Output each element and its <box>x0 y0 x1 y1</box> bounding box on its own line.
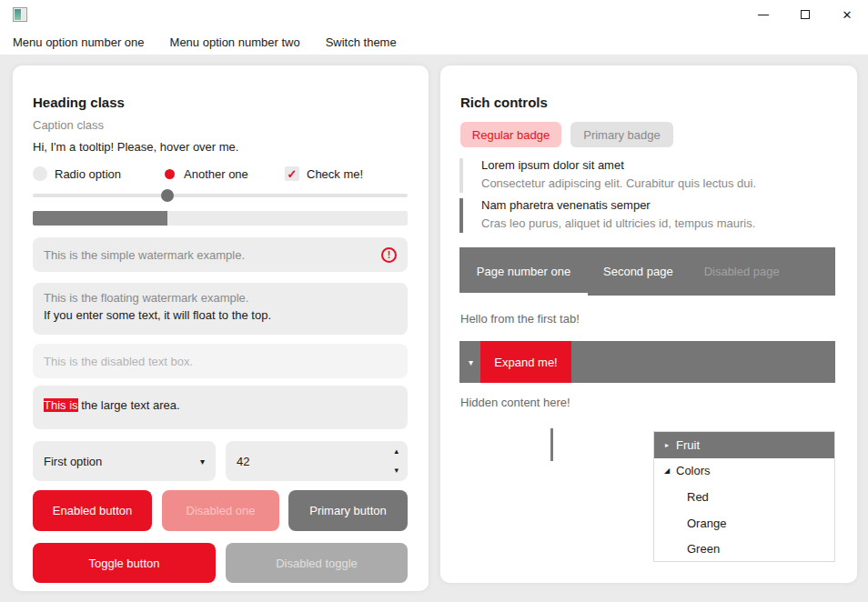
tree-item-colors[interactable]: ◢ Colors <box>654 458 834 485</box>
floating-watermark-value: If you enter some text, it will float to… <box>44 308 397 322</box>
list-item-indicator-selected <box>459 198 463 233</box>
rich-controls-heading: Rich controls <box>460 95 548 110</box>
primary-button[interactable]: Primary button <box>288 490 408 531</box>
title-bar: — ✕ <box>0 0 868 29</box>
list-item-title: Lorem ipsum dolor sit amet <box>481 158 756 172</box>
progress-bar <box>33 211 408 226</box>
floating-watermark-label: This is the floating watermark example. <box>44 291 397 305</box>
checkbox-check-me[interactable]: ✓ Check me! <box>285 166 363 182</box>
tree-item-label: Green <box>687 542 720 556</box>
toggle-button[interactable]: Toggle button <box>33 543 216 583</box>
list-item-subtitle: Cras leo purus, aliquet id ultricies id,… <box>481 216 755 230</box>
checkbox-icon: ✓ <box>285 166 299 181</box>
textarea-rest-text: the large text area. <box>78 398 180 412</box>
active-tab-underline <box>459 293 588 296</box>
tree-item-label: Fruit <box>676 438 700 452</box>
simple-watermark-textbox[interactable]: This is the simple watermark example. ! <box>33 237 408 272</box>
minimize-icon: — <box>758 8 769 21</box>
tab-disabled-page: Disabled page <box>689 247 795 296</box>
primary-badge: Primary badge <box>570 122 673 147</box>
tree-item-label: Orange <box>687 517 726 530</box>
expander[interactable]: ▾ Expand me! <box>459 341 835 383</box>
regular-badge: Regular badge <box>460 122 561 147</box>
disabled-toggle-button: Disabled toggle <box>226 543 408 583</box>
disabled-textbox: This is the disabled text box. <box>33 344 408 378</box>
tree-view: ▸ Fruit ◢ Colors Red Orange Green <box>653 431 835 562</box>
tree-item-red[interactable]: Red <box>654 484 834 510</box>
close-button[interactable]: ✕ <box>826 0 868 29</box>
large-text-area[interactable]: This is the large text area. <box>33 386 408 429</box>
tab-label: Page number one <box>477 265 570 278</box>
tab-second-page[interactable]: Second page <box>588 247 689 296</box>
typography-controls-card: Heading class Caption class Hi, I'm a to… <box>13 65 429 591</box>
window-controls: — ✕ <box>742 0 868 29</box>
number-spinner[interactable]: 42 ▴ ▾ <box>226 441 408 481</box>
watermark-placeholder: This is the simple watermark example. <box>44 248 245 262</box>
radio-icon-unselected <box>33 166 47 181</box>
tree-item-label: Red <box>687 490 709 504</box>
app-icon-right-pane <box>22 9 25 20</box>
tree-item-fruit[interactable]: ▸ Fruit <box>654 432 834 458</box>
menu-item-switch-theme[interactable]: Switch theme <box>313 29 409 55</box>
disabled-textbox-text: This is the disabled text box. <box>44 355 193 368</box>
radio-label: Radio option <box>55 167 121 181</box>
heading-class-label: Heading class <box>33 95 125 110</box>
tab-bar: Page number one Second page Disabled pag… <box>459 247 835 296</box>
list-item[interactable]: Lorem ipsum dolor sit amet Consectetur a… <box>481 158 756 190</box>
tab-content-text: Hello from the first tab! <box>460 312 580 326</box>
validation-error-icon: ! <box>381 247 397 263</box>
disabled-button: Disabled one <box>162 490 279 531</box>
expander-content-text: Hidden content here! <box>460 396 570 409</box>
slider-thumb[interactable] <box>161 189 174 202</box>
tooltip-target-text[interactable]: Hi, I'm a tooltip! Please, hover over me… <box>33 140 238 154</box>
caption-class-label: Caption class <box>33 118 104 132</box>
selected-text: This is <box>44 398 78 412</box>
menu-item-one[interactable]: Menu option number one <box>0 29 157 55</box>
expander-header-button[interactable]: Expand me! <box>480 341 571 383</box>
minimize-button[interactable]: — <box>742 0 784 29</box>
spinner-arrows: ▴ ▾ <box>394 447 399 475</box>
spin-down-icon[interactable]: ▾ <box>394 467 399 475</box>
tree-item-orange[interactable]: Orange <box>654 510 834 537</box>
spin-up-icon[interactable]: ▴ <box>394 447 399 456</box>
close-icon: ✕ <box>843 8 853 22</box>
rich-controls-card: Rich controls Regular badge Primary badg… <box>440 65 857 583</box>
slider-track[interactable] <box>33 194 408 197</box>
radio-label: Another one <box>184 167 248 181</box>
list-item-title: Nam pharetra venenatis semper <box>481 198 755 212</box>
maximize-icon <box>801 10 810 19</box>
list-item-selected[interactable]: Nam pharetra venenatis semper Cras leo p… <box>481 198 755 230</box>
tree-item-label: Colors <box>676 464 711 477</box>
list-item-indicator <box>459 158 463 193</box>
tab-label: Disabled page <box>704 265 780 278</box>
app-icon <box>13 7 27 22</box>
tab-page-one[interactable]: Page number one <box>459 247 588 296</box>
tree-collapsed-icon[interactable]: ▸ <box>660 441 674 449</box>
tab-label: Second page <box>603 265 673 278</box>
number-value: 42 <box>237 455 249 468</box>
chevron-down-icon: ▾ <box>200 457 205 467</box>
radio-option-selected[interactable]: Another one <box>162 166 248 182</box>
maximize-button[interactable] <box>784 0 826 29</box>
enabled-button[interactable]: Enabled button <box>33 490 152 531</box>
expander-chevron-icon: ▾ <box>469 357 473 367</box>
list-item-subtitle: Consectetur adipiscing elit. Curabitur q… <box>481 176 756 190</box>
progress-fill <box>33 211 167 226</box>
tree-expanded-icon[interactable]: ◢ <box>660 467 674 475</box>
content-area: Heading class Caption class Hi, I'm a to… <box>0 55 868 602</box>
radio-option-unselected[interactable]: Radio option <box>33 166 121 182</box>
radio-icon-selected <box>162 166 177 181</box>
tree-item-green[interactable]: Green <box>654 536 834 562</box>
combo-box[interactable]: First option ▾ <box>33 441 216 481</box>
checkbox-label: Check me! <box>307 167 363 181</box>
floating-watermark-textbox[interactable]: This is the floating watermark example. … <box>33 283 408 335</box>
menu-bar: Menu option number one Menu option numbe… <box>0 29 868 55</box>
slider[interactable] <box>33 188 408 203</box>
menu-item-two[interactable]: Menu option number two <box>157 29 313 55</box>
app-icon-left-pane <box>15 9 21 20</box>
vertical-slider[interactable] <box>550 428 553 461</box>
app-window: — ✕ Menu option number one Menu option n… <box>0 0 868 602</box>
combo-selected-value: First option <box>44 455 102 468</box>
